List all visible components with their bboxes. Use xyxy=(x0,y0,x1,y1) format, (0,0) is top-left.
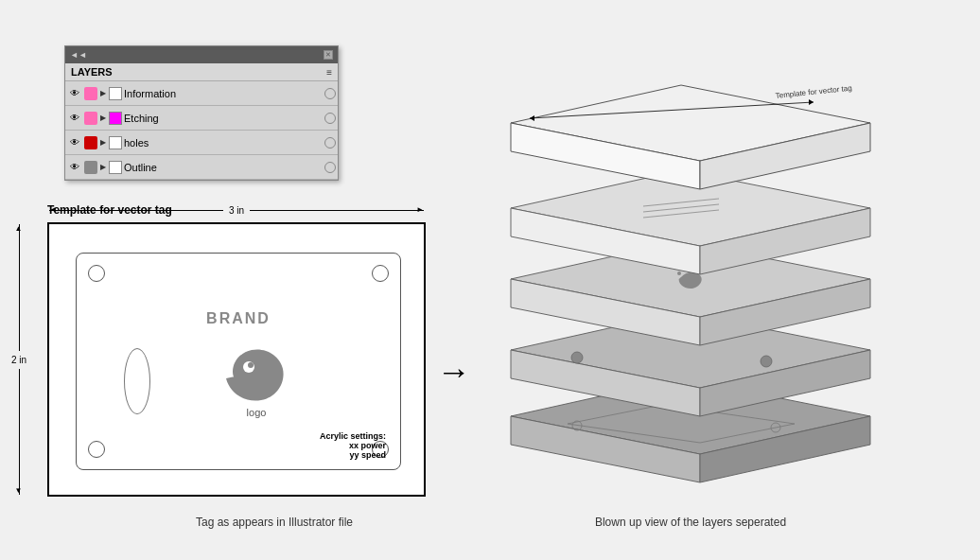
collapse-arrows[interactable]: ◄◄ xyxy=(70,50,87,60)
layer-row-information[interactable]: 👁 ▶ Information xyxy=(65,81,338,106)
tag-template: ◄ 3 in ► ▲ 2 in ▼ BRAND xyxy=(47,222,426,497)
visibility-icon[interactable]: 👁 xyxy=(67,135,82,150)
layer-swatch xyxy=(109,136,122,149)
lock-icon[interactable] xyxy=(84,112,97,125)
blown-caption: Blown up view of the layers seperated xyxy=(501,516,880,529)
dim-width-container: ◄ 3 in ► xyxy=(49,205,424,216)
layer-target[interactable] xyxy=(324,137,336,149)
layer-name: Outline xyxy=(124,162,321,173)
visibility-icon[interactable]: 👁 xyxy=(67,111,82,126)
dim-height-container: ▲ 2 in ▼ xyxy=(11,224,26,495)
brand-text: BRAND xyxy=(206,310,271,327)
layers-panel: ◄◄ ✕ LAYERS ≡ 👁 ▶ Information 👁 ▶ Etchin… xyxy=(64,45,339,181)
lock-icon[interactable] xyxy=(84,87,97,100)
dim-width-label: 3 in xyxy=(223,205,250,216)
layers-titlebar: ◄◄ ✕ xyxy=(65,46,338,63)
layer-name: holes xyxy=(124,137,321,149)
arrow-left: ◄ xyxy=(49,205,57,214)
blown-view: Template for vector tag xyxy=(492,38,927,492)
logo-swirl-svg xyxy=(219,339,294,405)
acrylic-power: xx power xyxy=(320,441,386,450)
lock-icon[interactable] xyxy=(84,136,97,149)
svg-point-1 xyxy=(248,362,254,368)
center-arrow: → xyxy=(437,355,471,389)
visibility-icon[interactable]: 👁 xyxy=(67,160,82,175)
layer-target[interactable] xyxy=(324,162,336,173)
oval-shape xyxy=(124,348,150,414)
corner-circle-bl xyxy=(88,441,105,458)
dim-line-bottom: ▼ xyxy=(19,369,20,496)
layer-target[interactable] xyxy=(324,88,336,99)
acrylic-title: Acrylic settings: xyxy=(320,431,386,441)
layer-target[interactable] xyxy=(324,113,336,124)
acrylic-settings: Acrylic settings: xx power yy speed xyxy=(320,431,386,460)
lock-icon[interactable] xyxy=(84,161,97,174)
logo-label: logo xyxy=(247,407,267,418)
tag-inner-rect: BRAND logo Acrylic settings: xx power yy… xyxy=(76,253,401,470)
dim-height-label: 2 in xyxy=(11,351,26,369)
layer-name: Etching xyxy=(124,113,321,124)
layer-name: Information xyxy=(124,88,321,99)
layers-menu-icon[interactable]: ≡ xyxy=(326,67,332,78)
expand-arrow[interactable]: ▶ xyxy=(100,138,106,147)
main-container: ◄◄ ✕ LAYERS ≡ 👁 ▶ Information 👁 ▶ Etchin… xyxy=(0,0,980,560)
visibility-icon[interactable]: 👁 xyxy=(67,86,82,101)
acrylic-speed: yy speed xyxy=(320,450,386,460)
svg-marker-29 xyxy=(809,99,814,105)
dim-line-right: ► xyxy=(250,210,424,211)
close-button[interactable]: ✕ xyxy=(324,50,333,60)
tag-caption: Tag as appears in Illustrator file xyxy=(76,516,473,529)
layer-swatch xyxy=(109,87,122,100)
logo-container: logo xyxy=(200,339,313,424)
expand-arrow[interactable]: ▶ xyxy=(100,163,106,171)
layers-panel-header: LAYERS ≡ xyxy=(65,63,338,81)
layer-row-outline[interactable]: 👁 ▶ Outline xyxy=(65,155,338,180)
expand-arrow[interactable]: ▶ xyxy=(100,114,106,122)
titlebar-buttons: ✕ xyxy=(324,50,333,60)
dim-line-left: ◄ xyxy=(49,210,223,211)
arrow-down: ▼ xyxy=(15,486,23,495)
expand-arrow[interactable]: ▶ xyxy=(100,89,106,97)
isometric-svg: Template for vector tag xyxy=(492,38,927,492)
layer-swatch xyxy=(109,161,122,174)
layers-title: LAYERS xyxy=(71,66,113,78)
svg-text:Template for vector tag: Template for vector tag xyxy=(775,84,852,100)
arrow-right: ► xyxy=(416,205,424,214)
svg-point-12 xyxy=(761,356,772,367)
corner-circle-tr xyxy=(372,265,389,282)
layer-row-holes[interactable]: 👁 ▶ holes xyxy=(65,131,338,155)
arrow-up: ▲ xyxy=(15,224,23,233)
svg-point-17 xyxy=(677,271,681,275)
svg-point-11 xyxy=(571,352,583,363)
dim-line-top: ▲ xyxy=(19,224,20,351)
corner-circle-tl xyxy=(88,265,105,282)
layer-swatch-magenta xyxy=(109,112,122,125)
layer-row-etching[interactable]: 👁 ▶ Etching xyxy=(65,106,338,131)
